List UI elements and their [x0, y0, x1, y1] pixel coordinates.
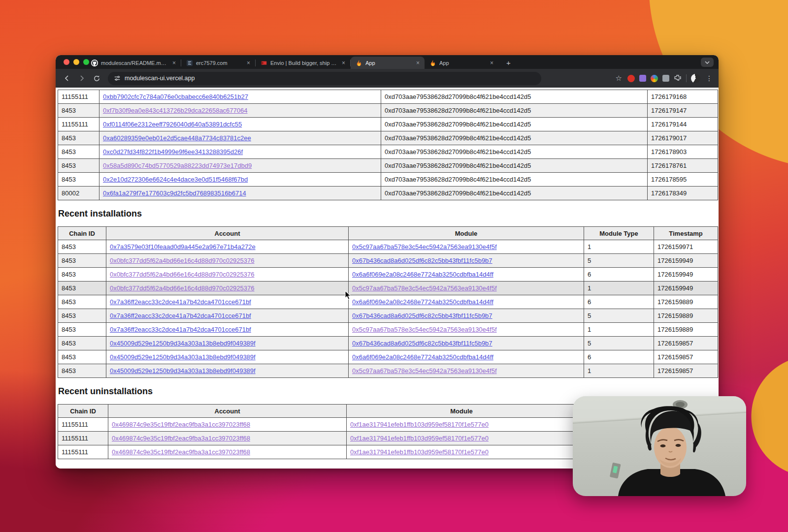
- close-tab-icon[interactable]: ×: [246, 60, 251, 66]
- account-cell-link[interactable]: 0x469874c9e35c19fbf2eac9fba3a1cc397023ff…: [112, 448, 250, 456]
- module-cell-link[interactable]: 0x6a6f069e2a08c2468e7724ab3250cdbfba14d4…: [352, 271, 493, 278]
- account-cell-link[interactable]: 0x2e10d272306e6624c4e4dace3e0d51f5468f67…: [103, 176, 248, 183]
- account-cell-link[interactable]: 0xa60289359e0eb01e2d5cae448a7734c83781c2…: [103, 134, 251, 142]
- browser-menu-icon[interactable]: ⋮: [705, 74, 714, 82]
- column-header: Module Type: [584, 227, 654, 240]
- module-cell-link[interactable]: 0x5c97aa67ba578e3c54ec5942a7563ea9130e4f…: [352, 367, 497, 375]
- column-header: Module: [349, 227, 584, 240]
- bookmark-star-icon[interactable]: ☆: [616, 74, 622, 83]
- table-row: 84530x0bfc377dd5f62a4bd66e16c4d88d970c02…: [58, 282, 718, 295]
- account-cell-link[interactable]: 0x469874c9e35c19fbf2eac9fba3a1cc397023ff…: [112, 435, 250, 442]
- table-row: 111551110xbb7902cfc7c784a076e0cbabecc6e8…: [58, 90, 718, 104]
- close-tab-icon[interactable]: ×: [341, 60, 346, 66]
- account-cell-link[interactable]: 0x0bfc377dd5f62a4bd66e16c4d88d970c029253…: [110, 284, 255, 292]
- tab-app-active[interactable]: App ×: [351, 57, 425, 69]
- account-cell-link[interactable]: 0xf7b30f9ea0e843c413726b29dca22658ac6770…: [103, 107, 248, 114]
- chain-id-cell: 8453: [58, 350, 106, 364]
- extension-icon-red[interactable]: [627, 75, 635, 82]
- table-row: 84530xc0d27fd34f822f1b4999e9f6ee34132883…: [58, 145, 718, 159]
- account-cell-link[interactable]: 0xbb7902cfc7c784a076e0cbabecc6e840b6251b…: [103, 93, 248, 100]
- account-cell-link[interactable]: 0x0bfc377dd5f62a4bd66e16c4d88d970c029253…: [110, 271, 255, 278]
- module-cell-link[interactable]: 0xf1ae317941efeb1ffb103d959ef58170f1e577…: [350, 435, 489, 442]
- uninstallations-heading: Recent uninstallations: [58, 386, 718, 397]
- back-button[interactable]: [61, 72, 73, 85]
- module-cell-link[interactable]: 0xf1ae317941efeb1ffb103d959ef58170f1e577…: [350, 448, 489, 456]
- table-row: 84530x45009d529e1250b9d34a303a13b8ebd9f0…: [58, 337, 718, 350]
- timestamp-cell: 1726159889: [654, 323, 718, 337]
- extension-icon-gray[interactable]: [662, 75, 669, 82]
- account-cell: 0x7a3579e03f10feaad0d9a445e2a967e71b4a27…: [106, 240, 349, 254]
- account-cell: 0x469874c9e35c19fbf2eac9fba3a1cc397023ff…: [108, 445, 347, 459]
- table-row: 84530x7a36ff2eacc33c2dce41a7b42dca4701cc…: [58, 309, 718, 323]
- close-tab-icon[interactable]: ×: [171, 60, 177, 66]
- account-cell-link[interactable]: 0x7a36ff2eacc33c2dce41a7b42dca4701cce671…: [110, 312, 251, 319]
- chain-id-cell: 8453: [58, 364, 106, 378]
- chain-id-cell: 8453: [58, 240, 106, 254]
- account-cell: 0x58a5d890c74bd5770529a88223dd74973e17db…: [99, 159, 381, 173]
- timestamp-cell: 1726159857: [654, 350, 718, 364]
- table-row: 84530x58a5d890c74bd5770529a88223dd74973e…: [58, 159, 718, 173]
- module-cell-link[interactable]: 0x67b436cad8a6d025df6c82c5bb43fbf11fc5b9…: [352, 257, 492, 264]
- extension-icon-multicolor[interactable]: [651, 75, 658, 82]
- account-cell-link[interactable]: 0x7a36ff2eacc33c2dce41a7b42dca4701cce671…: [110, 298, 251, 306]
- site-settings-icon[interactable]: [114, 75, 121, 82]
- account-cell: 0x45009d529e1250b9d34a303a13b8ebd9f04938…: [106, 337, 349, 350]
- recent-events-table: 111551110xbb7902cfc7c784a076e0cbabecc6e8…: [58, 90, 718, 200]
- timestamp-cell: 1726159949: [654, 254, 718, 268]
- profile-avatar[interactable]: [691, 74, 700, 83]
- webcam-video: [573, 396, 746, 496]
- close-window-button[interactable]: [64, 59, 69, 65]
- account-cell-link[interactable]: 0x45009d529e1250b9d34a303a13b8ebd9f04938…: [110, 353, 256, 361]
- column-header: Timestamp: [654, 227, 718, 240]
- tab-search-chevron-button[interactable]: [701, 58, 714, 67]
- module-cell-link[interactable]: 0x5c97aa67ba578e3c54ec5942a7563ea9130e4f…: [352, 284, 497, 292]
- account-cell-link[interactable]: 0x45009d529e1250b9d34a303a13b8ebd9f04938…: [110, 367, 256, 375]
- minimize-window-button[interactable]: [73, 59, 79, 65]
- timestamp-cell: 1726159971: [654, 240, 718, 254]
- forward-button[interactable]: [75, 72, 88, 85]
- account-cell-link[interactable]: 0x6fa1a279f7e177603c9d2fc5bd768983516b67…: [103, 189, 246, 197]
- chain-id-cell: 8453: [58, 282, 106, 295]
- module-type-cell: 6: [584, 268, 654, 282]
- tab-github-readme[interactable]: modulescan/README.md at ×: [86, 57, 181, 69]
- module-type-cell: 6: [584, 295, 654, 309]
- module-cell-link[interactable]: 0x5c97aa67ba578e3c54ec5942a7563ea9130e4f…: [352, 243, 497, 250]
- tab-app-2[interactable]: App ×: [425, 57, 498, 69]
- address-bar[interactable]: modulescan-ui.vercel.app: [108, 72, 541, 85]
- chain-id-cell: 8453: [58, 159, 99, 173]
- account-cell-link[interactable]: 0x0bfc377dd5f62a4bd66e16c4d88d970c029253…: [110, 257, 255, 264]
- account-cell-link[interactable]: 0x469874c9e35c19fbf2eac9fba3a1cc397023ff…: [112, 421, 250, 428]
- tab-erc7579[interactable]: erc7579.com ×: [181, 57, 255, 69]
- account-cell-link[interactable]: 0x45009d529e1250b9d34a303a13b8ebd9f04938…: [110, 340, 256, 347]
- window-controls: [64, 59, 89, 65]
- account-cell-link[interactable]: 0x7a3579e03f10feaad0d9a445e2a967e71b4a27…: [110, 243, 256, 250]
- reload-button[interactable]: [90, 72, 103, 85]
- module-cell-link[interactable]: 0x6a6f069e2a08c2468e7724ab3250cdbfba14d4…: [352, 353, 493, 361]
- account-cell: 0xf0114f06e2312eeff7926040d640a53891dcfc…: [99, 118, 381, 131]
- chain-id-cell: 11155111: [58, 118, 99, 131]
- new-tab-button[interactable]: +: [503, 59, 514, 67]
- account-cell-link[interactable]: 0xc0d27fd34f822f1b4999e9f6ee3413288395d2…: [103, 148, 243, 156]
- close-tab-icon[interactable]: ×: [415, 60, 421, 66]
- account-cell: 0xc0d27fd34f822f1b4999e9f6ee3413288395d2…: [99, 145, 381, 159]
- module-cell-link[interactable]: 0xf1ae317941efeb1ffb103d959ef58170f1e577…: [350, 421, 489, 428]
- table-row: 84530x0bfc377dd5f62a4bd66e16c4d88d970c02…: [58, 254, 718, 268]
- account-cell-link[interactable]: 0x58a5d890c74bd5770529a88223dd74973e17db…: [103, 162, 252, 169]
- extension-icon-purple[interactable]: [639, 75, 646, 82]
- account-cell-link[interactable]: 0x7a36ff2eacc33c2dce41a7b42dca4701cce671…: [110, 326, 251, 333]
- module-type-cell: 5: [584, 309, 654, 323]
- close-tab-icon[interactable]: ×: [489, 60, 494, 66]
- module-cell: 0x6a6f069e2a08c2468e7724ab3250cdbfba14d4…: [349, 350, 584, 364]
- extensions-puzzle-icon[interactable]: [674, 74, 682, 82]
- table-row: 84530x0bfc377dd5f62a4bd66e16c4d88d970c02…: [58, 268, 718, 282]
- module-cell-link[interactable]: 0x67b436cad8a6d025df6c82c5bb43fbf11fc5b9…: [352, 340, 492, 347]
- account-cell: 0x6fa1a279f7e177603c9d2fc5bd768983516b67…: [99, 187, 381, 200]
- tabs-container: modulescan/README.md at × erc7579.com ×: [86, 55, 514, 69]
- account-cell-link[interactable]: 0xf0114f06e2312eeff7926040d640a53891dcfc…: [103, 121, 242, 128]
- module-cell-link[interactable]: 0x67b436cad8a6d025df6c82c5bb43fbf11fc5b9…: [352, 312, 492, 319]
- tab-envio[interactable]: Envio | Build bigger, ship fast ×: [256, 57, 350, 69]
- module-cell-link[interactable]: 0x6a6f069e2a08c2468e7724ab3250cdbfba14d4…: [352, 298, 493, 306]
- toolbar-divider: [686, 74, 687, 82]
- module-cell-link[interactable]: 0x5c97aa67ba578e3c54ec5942a7563ea9130e4f…: [352, 326, 497, 333]
- table-row: 84530xf7b30f9ea0e843c413726b29dca22658ac…: [58, 104, 718, 118]
